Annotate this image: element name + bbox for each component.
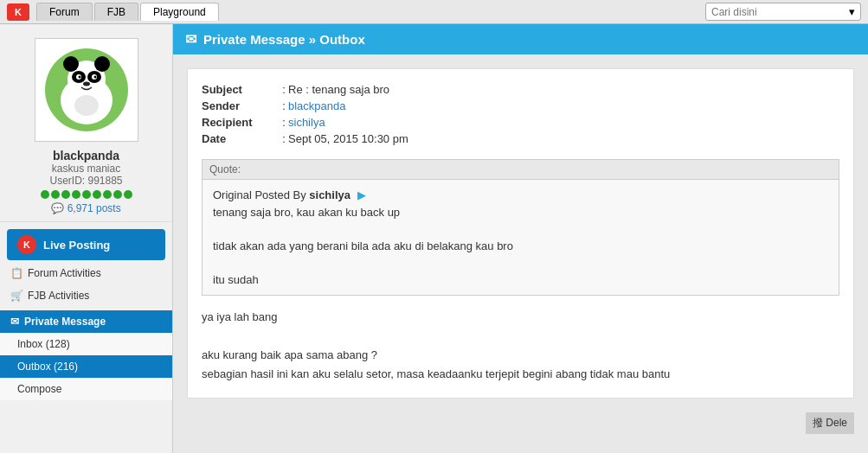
pm-header-icon: ✉ xyxy=(185,31,196,48)
fjb-activities-icon: 🛒 xyxy=(10,290,23,302)
svg-point-11 xyxy=(83,82,90,86)
date-value: Sept 05, 2015 10:30 pm xyxy=(288,132,839,145)
sidebar: blackpanda kaskus maniac UserID: 991885 … xyxy=(0,24,173,453)
rep-dot-3 xyxy=(61,190,70,199)
recipient-label: Recipient xyxy=(202,116,280,129)
kaskus-icon: K xyxy=(17,235,36,254)
quote-author: sichilya xyxy=(309,188,350,201)
search-input[interactable] xyxy=(711,6,849,18)
rep-dot-8 xyxy=(113,190,122,199)
rep-dot-9 xyxy=(124,190,132,199)
quote-label: Quote: xyxy=(203,160,839,180)
delete-area: 撥 Dele xyxy=(187,412,854,434)
sender-value: blackpanda xyxy=(288,99,839,112)
body-line-2: aku kurang baik apa sama abang ? xyxy=(202,346,839,365)
tab-fjb[interactable]: FJB xyxy=(94,3,138,21)
tab-playground[interactable]: Playground xyxy=(140,3,219,21)
page-title: Private Message » Outbox xyxy=(203,32,365,47)
sidebar-outbox[interactable]: Outbox (216) xyxy=(0,355,172,378)
rep-dot-5 xyxy=(82,190,91,199)
comment-icon: 💬 xyxy=(51,202,64,214)
logo: K xyxy=(7,3,29,21)
body-line-1: ya iya lah bang xyxy=(202,308,839,327)
sidebar-inbox[interactable]: Inbox (128) xyxy=(0,333,172,355)
avatar xyxy=(35,38,138,142)
original-posted-text: Original Posted By xyxy=(213,188,306,201)
sidebar-private-message-header[interactable]: ✉ Private Message xyxy=(0,310,172,333)
sidebar-item-fjb-activities[interactable]: 🛒 FJB Activities xyxy=(0,284,172,307)
message-container: Subject : Re : tenang saja bro Sender : … xyxy=(187,68,854,399)
quote-line-2: tidak akan ada yang berani bila ada aku … xyxy=(213,238,828,255)
body-line-3: sebagian hasil ini kan aku selalu setor,… xyxy=(202,365,839,384)
svg-point-12 xyxy=(74,95,99,116)
rep-dot-2 xyxy=(51,190,60,199)
top-bar: K Forum FJB Playground ▾ xyxy=(0,0,868,24)
main-content: ✉ Private Message » Outbox Subject : Re … xyxy=(173,24,868,453)
sidebar-item-forum-activities[interactable]: 📋 Forum Activities xyxy=(0,262,172,284)
recipient-value: sichilya xyxy=(288,116,839,129)
user-title: kaskus maniac xyxy=(52,163,120,175)
delete-button[interactable]: 撥 Dele xyxy=(806,412,854,434)
recipient-link[interactable]: sichilya xyxy=(288,116,325,129)
subject-value: Re : tenang saja bro xyxy=(288,83,839,96)
svg-point-3 xyxy=(63,56,79,72)
date-label: Date xyxy=(202,132,280,145)
tab-forum[interactable]: Forum xyxy=(36,3,93,21)
quote-box: Quote: Original Posted By sichilya ▶ ten… xyxy=(202,159,839,296)
forum-activities-icon: 📋 xyxy=(10,267,23,279)
username: blackpanda xyxy=(53,149,119,163)
search-icon: ▾ xyxy=(849,5,855,18)
rep-bar xyxy=(41,190,132,199)
live-posting-button[interactable]: K Live Posting xyxy=(7,229,165,260)
svg-point-10 xyxy=(93,76,96,79)
rep-dot-6 xyxy=(93,190,101,199)
rep-dot-4 xyxy=(72,190,80,199)
user-id: UserID: 991885 xyxy=(49,175,122,187)
quote-content: Original Posted By sichilya ▶ tenang saj… xyxy=(203,180,839,295)
quote-line-3: itu sudah xyxy=(213,271,828,289)
message-meta: Subject : Re : tenang saja bro Sender : … xyxy=(202,83,839,145)
sidebar-compose[interactable]: Compose xyxy=(0,378,172,400)
svg-point-4 xyxy=(94,56,110,72)
sender-link[interactable]: blackpanda xyxy=(288,99,346,112)
rep-dot-7 xyxy=(103,190,112,199)
quote-arrow-icon[interactable]: ▶ xyxy=(357,188,366,201)
main-layout: blackpanda kaskus maniac UserID: 991885 … xyxy=(0,24,868,453)
quote-header: Original Posted By sichilya ▶ xyxy=(213,187,828,204)
search-box[interactable]: ▾ xyxy=(705,3,861,21)
avatar-section: blackpanda kaskus maniac UserID: 991885 … xyxy=(0,24,172,222)
subject-label: Subject xyxy=(202,83,280,96)
rep-dot-1 xyxy=(41,190,49,199)
page-header: ✉ Private Message » Outbox xyxy=(173,24,868,54)
posts-count: 💬 6,971 posts xyxy=(51,202,120,214)
avatar-image xyxy=(43,47,130,133)
top-nav: Forum FJB Playground xyxy=(36,3,219,21)
message-body: ya iya lah bang aku kurang baik apa sama… xyxy=(202,308,839,384)
quote-line-1: tenang saja bro, kau akan ku back up xyxy=(213,204,828,221)
pm-icon: ✉ xyxy=(10,316,19,328)
sender-label: Sender xyxy=(202,99,280,112)
svg-point-9 xyxy=(78,76,80,79)
